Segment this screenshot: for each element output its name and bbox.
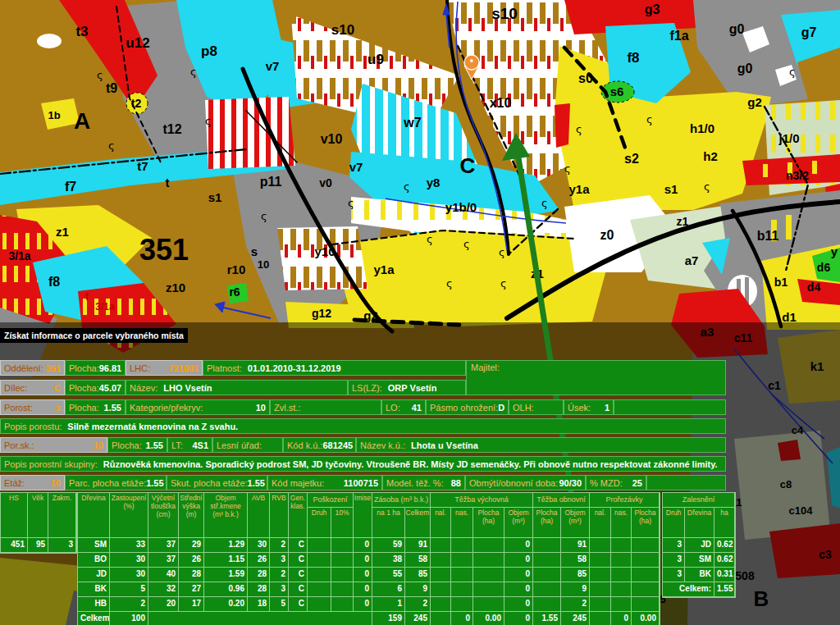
field-label: Platnost: — [207, 363, 242, 373]
field-label: Zvl.st.: — [274, 403, 300, 413]
table-cell — [632, 538, 660, 553]
field-value: D — [498, 403, 504, 413]
map-label: d1 — [782, 311, 797, 323]
table-cell — [632, 597, 660, 612]
panel-row: Etáž:10Parc. plocha etáže:1.55Skut. ploc… — [0, 475, 726, 490]
column-group-header: Zalesnění — [663, 493, 735, 508]
map-label: z1 — [56, 226, 69, 238]
table-row: BO3037261.15263C03858058 — [78, 553, 660, 568]
table-cell — [308, 568, 331, 582]
table-cell: 33 — [110, 538, 148, 553]
field-label: % MZD: — [590, 478, 623, 488]
map-label: s — [251, 245, 258, 258]
field-label: Kód k.ú.: — [287, 440, 322, 450]
column-header: Dřevina — [78, 493, 110, 538]
field-label: Úsek: — [568, 403, 591, 413]
table-cell — [473, 568, 504, 582]
table-row: 3BK0.31 — [663, 568, 735, 582]
field-mzd: % MZD:25 — [586, 475, 646, 490]
field-value: 1.55 — [248, 478, 265, 488]
map-label: j1/0 — [778, 132, 799, 144]
field-value: 41 — [412, 403, 422, 413]
field-label: Porost: — [4, 403, 33, 413]
table-cell: C — [289, 553, 308, 568]
field-value: 1.55 — [146, 478, 163, 488]
field-label: Kategorie/překryv: — [130, 403, 203, 413]
field-value: 90/30 — [559, 478, 582, 488]
map-label: h2 — [703, 150, 718, 162]
field-label: Kód majetku: — [272, 478, 324, 488]
table-cell — [611, 597, 632, 612]
table-cell: 245 — [561, 612, 590, 625]
map-label: t2 — [131, 98, 141, 109]
field-value: x — [56, 403, 61, 413]
column-group-header: Těžba obnovní — [533, 493, 590, 508]
table-cell — [431, 538, 451, 553]
svg-text:ς: ς — [190, 66, 197, 78]
map-label: v7 — [349, 161, 363, 173]
map-label: y8 — [427, 176, 441, 189]
field-label: LHC: — [130, 363, 150, 373]
field-olh: OLH: — [509, 399, 564, 415]
column-header: RVB — [270, 493, 289, 538]
table-cell — [451, 538, 473, 553]
table-row: BK532270.96283C06909 — [78, 582, 660, 597]
table-cell: 28 — [248, 568, 270, 582]
app-window: ςςς ςςς ςςς ςςς ςςς ςςς * t3u12p8v7s10u9… — [0, 0, 840, 625]
column-header: na 1 ha — [372, 508, 405, 538]
field-label: Pásmo ohrožení: — [430, 403, 498, 413]
table-cell — [611, 582, 632, 597]
map-label: b11 — [757, 230, 779, 243]
field-nazev: Název:LHO Vsetín — [126, 380, 348, 395]
field-label: Skut. plocha etáže: — [171, 478, 248, 488]
field-plocha-dilec: Plocha:45.07 — [65, 380, 126, 395]
map-label: r6 — [229, 286, 240, 298]
table-cell — [431, 582, 451, 597]
map-label: g2 — [363, 309, 378, 322]
table-cell: 159 — [372, 612, 405, 625]
field-label: Popis porostní skupiny: — [4, 459, 98, 469]
field-label: OLH: — [513, 403, 534, 413]
svg-text:ς: ς — [427, 233, 433, 245]
table-cell: 0.96 — [204, 582, 248, 597]
table-cell: HB — [78, 597, 110, 612]
map-label: z1 — [677, 216, 689, 227]
panel-row: Por.sk.:10Plocha:1.55LT:4S1Lesní úřad:Kó… — [0, 437, 726, 453]
field-value: Lhota u Vsetína — [411, 440, 478, 450]
table-cell: BK — [78, 582, 110, 597]
field-value: 25 — [632, 478, 642, 488]
column-group-header: Prořezávky — [590, 493, 660, 508]
table-cell: 2 — [270, 568, 289, 582]
map-label: s1 — [208, 191, 222, 203]
panel-row: Dílec:CPlocha:45.07Název:LHO VsetínLS(LZ… — [0, 380, 466, 395]
field-zvl-st: Zvl.st.: — [270, 399, 381, 415]
field-usek: Úsek:1 — [564, 399, 614, 415]
svg-text:ς: ς — [97, 69, 103, 81]
field-lhc: LHC:721801 — [126, 360, 203, 376]
table-cell: 85 — [561, 568, 590, 582]
table-cell: 0 — [354, 538, 372, 553]
map-label: d4 — [807, 281, 820, 293]
table-cell — [331, 582, 354, 597]
table-cell: 2 — [270, 538, 289, 553]
field-platnost: Platnost:01.01.2010-31.12.2019 — [203, 360, 466, 376]
column-header: Dřevina — [685, 508, 714, 538]
field-label: Dílec: — [4, 383, 27, 393]
column-header: Plocha (ha) — [473, 508, 504, 538]
map-label: a7 — [685, 254, 699, 267]
svg-text:ς: ς — [499, 246, 505, 258]
table-cell: 0.62 — [714, 553, 735, 568]
table-cell: 0 — [504, 538, 533, 553]
map-label: g2 — [747, 96, 762, 108]
field-value: 1 — [605, 403, 609, 413]
table-cell: 28 — [248, 582, 270, 597]
map-label: f8 — [627, 51, 639, 65]
panel-row: Porost:xPlocha:1.55Kategorie/překryv:10Z… — [0, 399, 726, 415]
map-label: y1b/0 — [445, 201, 477, 213]
map-label: y — [831, 245, 838, 258]
svg-text:ς: ς — [576, 123, 582, 135]
table-cell: 26 — [179, 553, 204, 568]
table-cell: 1.59 — [204, 568, 248, 582]
column-header: Zastoupení (%) — [110, 493, 148, 538]
table-cell: 55 — [372, 568, 405, 582]
